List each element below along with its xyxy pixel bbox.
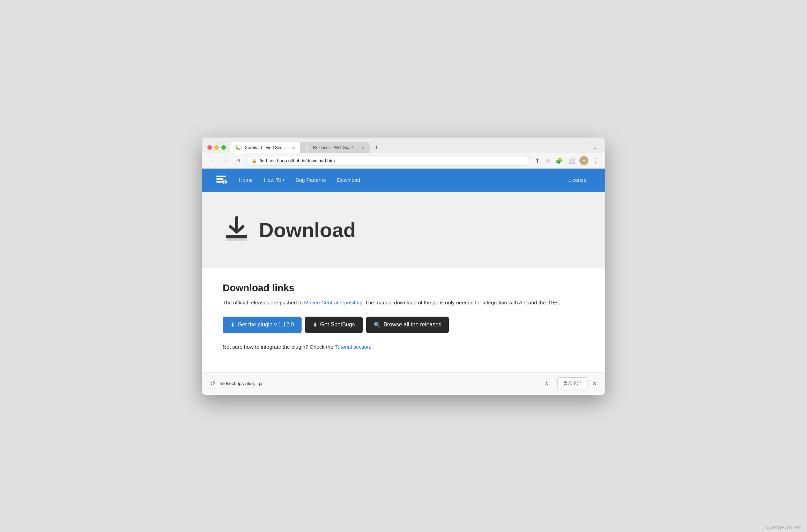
more-button[interactable]: ⋮ <box>591 156 600 165</box>
url-bar: ← → ↺ 🔒 find-sec-bugs.github.io/download… <box>202 153 605 169</box>
reload-button[interactable]: ↺ <box>234 156 243 165</box>
maven-central-link[interactable]: Maven Central repository <box>304 300 362 305</box>
hero-section: Download <box>202 192 605 268</box>
hero-title: Download <box>259 218 356 242</box>
url-actions: ⬆ ☆ 🧩 ⬜ R ⋮ <box>534 156 600 165</box>
section-desc-after: . The manual download of the jar is only… <box>362 300 560 305</box>
tab-overflow-button[interactable]: ⌄ <box>590 143 600 152</box>
nav-item-license[interactable]: License <box>563 171 591 189</box>
tab-releases[interactable]: ⚪ Releases · WebGoat/WebGoat × <box>300 142 370 153</box>
download-expand-chevron[interactable]: ∧ <box>545 380 549 387</box>
integration-note: Not sure how to integrate the plugin? Ch… <box>223 343 584 351</box>
new-tab-button[interactable]: + <box>371 142 382 153</box>
howto-chevron: ▾ <box>283 178 284 182</box>
logo-icon: {} <box>216 173 227 185</box>
browser-window: 🐛 Download - Find Security Bugs × ⚪ Rele… <box>202 138 605 395</box>
site-logo[interactable]: {} <box>216 169 234 192</box>
hero-download-icon <box>223 214 251 246</box>
main-content: Download links The official releases are… <box>202 268 605 372</box>
section-desc-before: The official releases are pushed to <box>223 300 304 305</box>
show-all-button[interactable]: 显示全部 <box>557 377 587 390</box>
get-plugin-label: Get the plugin v 1.12.0 <box>238 322 294 328</box>
svg-text:{}: {} <box>224 180 227 184</box>
get-spotbugs-button[interactable]: ⬇ Get SpotBugs <box>305 317 363 333</box>
forward-button[interactable]: → <box>221 156 230 165</box>
nav-items: Home How To ▾ Bug Patterns Download Lice… <box>234 171 591 189</box>
site-nav: {} Home How To ▾ Bug Patterns Download L… <box>202 169 605 192</box>
watermark: CSDN @RussellHan <box>766 525 801 529</box>
svg-rect-1 <box>216 178 223 180</box>
browse-releases-label: Browse all the releases <box>384 322 441 328</box>
share-button[interactable]: ⬆ <box>534 156 541 165</box>
split-button[interactable]: ⬜ <box>567 156 577 165</box>
user-avatar[interactable]: R <box>579 156 588 165</box>
browse-releases-button[interactable]: 🔍 Browse all the releases <box>366 317 449 333</box>
plugin-download-icon: ⬇ <box>230 322 235 328</box>
svg-rect-5 <box>226 235 247 238</box>
get-plugin-button[interactable]: ⬇ Get the plugin v 1.12.0 <box>223 317 302 333</box>
tab-download-close[interactable]: × <box>292 145 295 150</box>
title-bar: 🐛 Download - Find Security Bugs × ⚪ Rele… <box>202 138 605 153</box>
tab-download-title: Download - Find Security Bugs <box>243 145 288 150</box>
browse-search-icon: 🔍 <box>374 322 381 328</box>
section-description: The official releases are pushed to Mave… <box>223 298 584 307</box>
svg-rect-0 <box>216 176 226 177</box>
back-button[interactable]: ← <box>207 156 217 165</box>
integration-note-before: Not sure how to integrate the plugin? Ch… <box>223 344 335 350</box>
nav-item-bugpatterns[interactable]: Bug Patterns <box>291 171 331 189</box>
nav-item-howto[interactable]: How To ▾ <box>259 171 289 189</box>
download-divider <box>553 378 553 389</box>
download-filename: findsecbugs-plug....jar <box>220 381 540 386</box>
get-spotbugs-label: Get SpotBugs <box>320 322 355 328</box>
nav-item-home[interactable]: Home <box>234 171 258 189</box>
traffic-light-green[interactable] <box>221 145 226 150</box>
tab-releases-title: Releases · WebGoat/WebGoat <box>313 145 358 150</box>
lock-icon: 🔒 <box>251 158 257 163</box>
svg-rect-6 <box>226 239 247 241</box>
tab-releases-icon: ⚪ <box>305 145 310 150</box>
traffic-light-yellow[interactable] <box>214 145 219 150</box>
tab-releases-close[interactable]: × <box>362 145 365 150</box>
integration-note-after: . <box>370 344 371 350</box>
section-title: Download links <box>223 282 584 294</box>
nav-item-download[interactable]: Download <box>332 171 365 189</box>
download-buttons-row: ⬇ Get the plugin v 1.12.0 ⬇ Get SpotBugs… <box>223 317 584 333</box>
url-text: find-sec-bugs.github.io/download.htm <box>260 158 525 163</box>
download-bar: ↺ findsecbugs-plug....jar ∧ 显示全部 ✕ <box>202 372 605 395</box>
url-input-wrap[interactable]: 🔒 find-sec-bugs.github.io/download.htm <box>246 156 530 165</box>
download-spinner-icon: ↺ <box>210 380 215 387</box>
extensions-button[interactable]: 🧩 <box>554 156 564 165</box>
tab-download-icon: 🐛 <box>235 145 240 150</box>
tutorial-section-link[interactable]: Tutorial section <box>335 344 370 350</box>
spotbugs-download-icon: ⬇ <box>313 322 317 328</box>
traffic-lights <box>207 145 226 153</box>
tab-download[interactable]: 🐛 Download - Find Security Bugs × <box>230 142 300 153</box>
traffic-light-red[interactable] <box>207 145 212 150</box>
close-download-bar-button[interactable]: ✕ <box>592 380 597 387</box>
tabs-container: 🐛 Download - Find Security Bugs × ⚪ Rele… <box>230 142 600 153</box>
bookmark-button[interactable]: ☆ <box>544 156 551 165</box>
